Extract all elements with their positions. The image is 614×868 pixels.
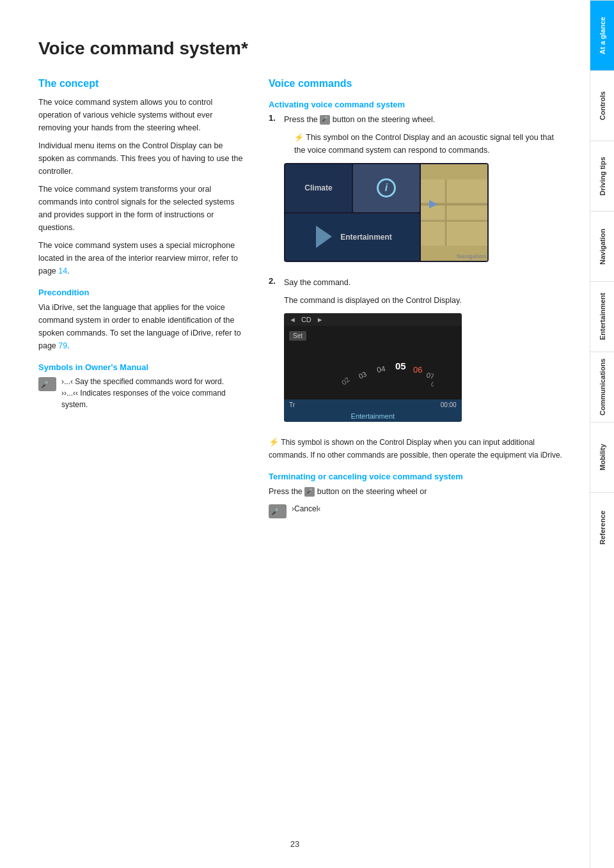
cancel-command-text: ›Cancel‹ [292,503,320,515]
svg-rect-2 [421,180,487,246]
steering-wheel-button-icon: 🎤 [320,115,330,125]
step-1-subtext: ⚡ This symbol on the Control Display and… [284,131,564,157]
sidebar-tab-entertainment[interactable]: Entertainment [590,281,614,352]
climate-nav-display: Climate i [284,163,489,262]
step-2: 2. Say the command. The command is displ… [269,276,564,430]
precondition-text: Via iDrive, set the language that applie… [38,301,243,352]
svg-text:08: 08 [430,380,434,390]
terminating-heading: Terminating or canceling voice command s… [269,472,564,481]
left-section-heading: The concept [38,78,243,89]
step-1-num: 1. [269,113,279,270]
sidebar-tab-at-a-glance[interactable]: At a glance [590,0,614,70]
steering-wheel-btn-icon-2: 🎤 [304,487,315,497]
cd-display: ◄ CD ► Set 02 [284,313,462,422]
symbol-text-1: ›...‹ Say the specified commands word fo… [61,376,243,410]
sidebar-tab-mobility[interactable]: Mobility [590,422,614,492]
concept-para-3: The voice command system transforms your… [38,183,243,234]
cd-top-bar: ◄ CD ► [284,313,462,326]
svg-text:04: 04 [376,364,386,374]
svg-text:🎤: 🎤 [271,508,279,516]
concept-para-1: The voice command system allows you to c… [38,96,243,134]
step-1-text: Press the 🎤 button on the steering wheel… [284,113,564,126]
right-section-heading: Voice commands [269,78,564,89]
cd-bottom-bar: Tr 00:00 [284,399,462,410]
entertainment-cell: Entertainment [285,213,420,261]
cd-main-area: Set 02 03 04 05 06 [284,326,462,399]
say-command-text: ›...‹ Say the specified commands word fo… [61,377,224,386]
step-1: 1. Press the 🎤 button on the steering wh… [269,113,564,270]
voice-command-icon: 🎤 [38,377,58,392]
cd-set-btn: Set [289,331,306,341]
cd-time: 00:00 [441,401,457,408]
page-link-79[interactable]: 79 [58,341,67,350]
page-title: Voice command system* [38,38,564,59]
cancel-voice-icon: 🎤 [269,504,288,520]
concept-para-4: The voice command system uses a special … [38,239,243,277]
climate-label: Climate [304,183,332,192]
svg-text:07: 07 [425,371,434,380]
cd-label: CD [301,316,311,323]
entertainment-bar: Entertainment [284,410,462,422]
sidebar-tab-reference[interactable]: Reference [590,492,614,562]
sidebar-tab-navigation[interactable]: Navigation [590,211,614,281]
cd-track-label: Tr [289,401,295,408]
nav-cell: Navigation [421,164,487,261]
page-link-14[interactable]: 14 [58,267,67,275]
activating-heading: Activating voice command system [269,100,564,109]
info-icon: i [377,178,396,198]
step-2-subtext: The command is displayed on the Control … [284,294,462,307]
response-text: ››...‹‹ Indicates responses of the voice… [61,389,226,409]
concept-para-2: Individual menu items on the Control Dis… [38,139,243,178]
terminating-text: Press the 🎤 button on the steering wheel… [269,485,564,498]
sidebar-tab-communications[interactable]: Communications [590,352,614,422]
precondition-heading: Precondition [38,288,243,297]
sidebar-tab-driving-tips[interactable]: Driving tips [590,141,614,211]
svg-text:🎤: 🎤 [41,380,49,389]
climate-cell: Climate [285,164,352,212]
page-number: 23 [290,839,299,849]
cancel-command-row: 🎤 ›Cancel‹ [269,503,564,520]
sidebar: At a glance Controls Driving tips Naviga… [590,0,614,868]
cd-arrow-left: ◄ [289,316,296,323]
svg-text:03: 03 [358,369,368,380]
cd-arrow-right: ► [317,316,324,323]
step-2-num: 2. [269,276,279,430]
svg-text:02: 02 [340,375,350,386]
info-cell: i [353,164,420,212]
additional-commands-text: ⚡ This symbol is shown on the Control Di… [269,436,564,461]
svg-marker-7 [316,226,332,248]
symbols-heading: Symbols in Owner's Manual [38,362,243,372]
entertainment-label: Entertainment [340,233,392,242]
symbol-row-1: 🎤 ›...‹ Say the specified commands word … [38,376,243,410]
sidebar-tab-controls[interactable]: Controls [590,70,614,141]
svg-text:06: 06 [413,365,422,375]
step-2-text: Say the command. [284,276,462,289]
svg-text:05: 05 [395,360,406,371]
